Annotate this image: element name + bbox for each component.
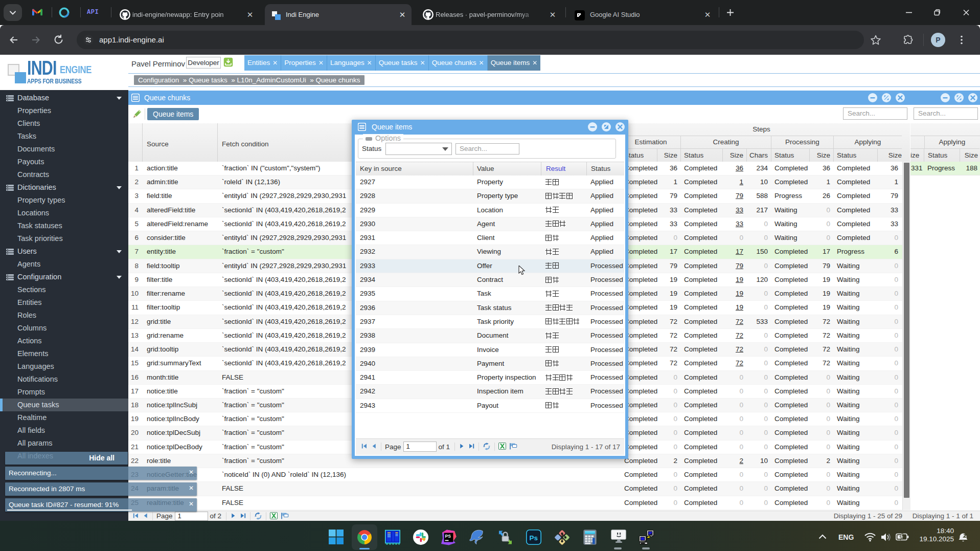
svg-text:PS: PS <box>445 534 451 539</box>
svg-text:Ps: Ps <box>530 534 538 542</box>
